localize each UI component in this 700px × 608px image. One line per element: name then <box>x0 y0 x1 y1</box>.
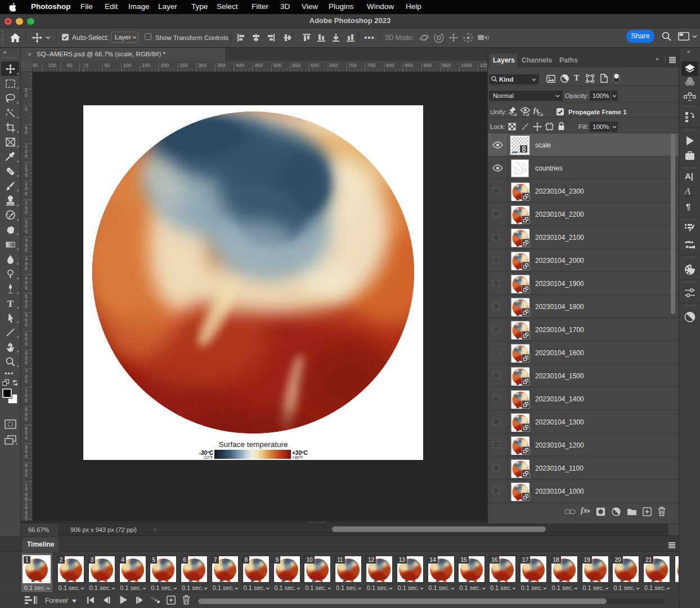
svg-text:+86ºF: +86ºF <box>292 455 303 460</box>
svg-text:T: T <box>7 298 14 309</box>
svg-text:Surface temperature: Surface temperature <box>218 440 288 449</box>
svg-text:-22ºF: -22ºF <box>203 455 214 460</box>
